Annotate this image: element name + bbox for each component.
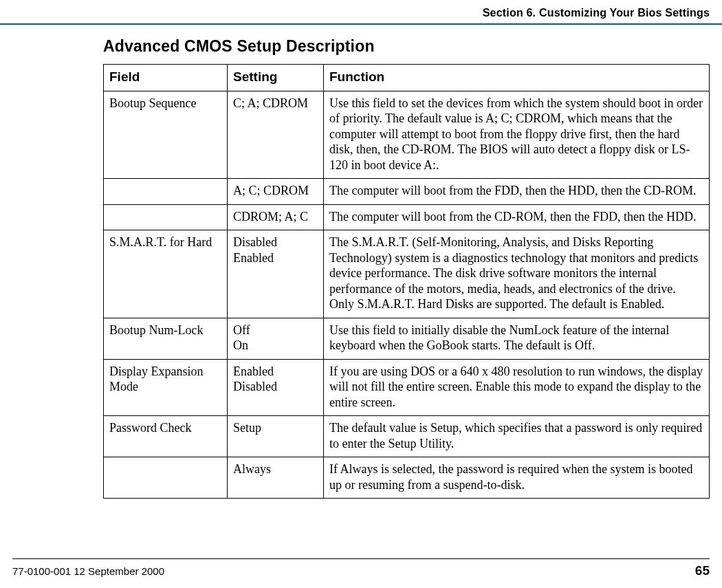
table-row: S.M.A.R.T. for Hard DisabledEnabled The … <box>104 230 710 318</box>
cell-function: The S.M.A.R.T. (Self-Monitoring, Analysi… <box>324 230 710 318</box>
cell-function: If you are using DOS or a 640 x 480 reso… <box>324 359 710 416</box>
cell-function: The computer will boot from the CD-ROM, … <box>324 204 710 230</box>
cell-field: Password Check <box>104 416 228 457</box>
cell-function: Use this field to initially disable the … <box>324 318 710 359</box>
content-area: Advanced CMOS Setup Description Field Se… <box>103 32 710 499</box>
cell-setting: OffOn <box>228 318 324 359</box>
header-rule <box>0 23 722 25</box>
cell-setting: A; C; CDROM <box>228 179 324 205</box>
table-row: CDROM; A; C The computer will boot from … <box>104 204 710 230</box>
col-header-field: Field <box>104 65 228 91</box>
table-row: Display Expansion Mode EnabledDisabled I… <box>104 359 710 416</box>
table-row: Bootup Sequence C; A; CDROM Use this fie… <box>104 91 710 179</box>
cell-field <box>104 204 228 230</box>
cell-setting: EnabledDisabled <box>228 359 324 416</box>
cell-field <box>104 179 228 205</box>
cmos-setup-table: Field Setting Function Bootup Sequence C… <box>103 64 710 499</box>
cell-setting: CDROM; A; C <box>228 204 324 230</box>
page-title: Advanced CMOS Setup Description <box>103 37 710 56</box>
cell-setting: Setup <box>228 416 324 457</box>
cell-field: Display Expansion Mode <box>104 359 228 416</box>
doc-id: 77-0100-001 12 September 2000 <box>12 565 164 577</box>
cell-function: The computer will boot from the FDD, the… <box>324 179 710 205</box>
cell-setting: DisabledEnabled <box>228 230 324 318</box>
table-row: Always If Always is selected, the passwo… <box>104 457 710 499</box>
col-header-function: Function <box>324 65 710 91</box>
col-header-setting: Setting <box>228 65 324 91</box>
cell-field <box>104 457 228 499</box>
page-number: 65 <box>695 563 710 578</box>
cell-setting: Always <box>228 457 324 499</box>
cell-setting: C; A; CDROM <box>228 91 324 179</box>
table-row: Bootup Num-Lock OffOn Use this field to … <box>104 318 710 359</box>
page: Section 6. Customizing Your Bios Setting… <box>0 0 722 588</box>
table-row: A; C; CDROM The computer will boot from … <box>104 179 710 205</box>
cell-field: Bootup Num-Lock <box>104 318 228 359</box>
cell-field: S.M.A.R.T. for Hard <box>104 230 228 318</box>
cell-function: If Always is selected, the password is r… <box>324 457 710 499</box>
cell-function: The default value is Setup, which specif… <box>324 416 710 457</box>
footer: 77-0100-001 12 September 2000 65 <box>12 558 710 578</box>
table-header-row: Field Setting Function <box>104 65 710 91</box>
cell-function: Use this field to set the devices from w… <box>324 91 710 179</box>
table-row: Password Check Setup The default value i… <box>104 416 710 457</box>
running-head: Section 6. Customizing Your Bios Setting… <box>483 7 710 19</box>
cell-field: Bootup Sequence <box>104 91 228 179</box>
